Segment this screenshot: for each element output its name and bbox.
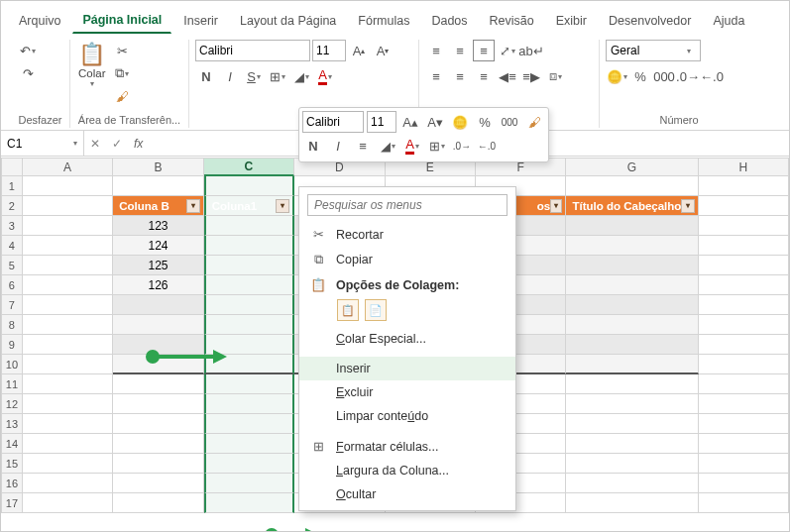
align-bottom-button[interactable]: ≡: [473, 40, 495, 61]
cell-H9[interactable]: [699, 335, 789, 355]
wrap-text-button[interactable]: ab↵: [520, 40, 542, 61]
cell-B7[interactable]: [113, 295, 203, 315]
percent-button[interactable]: %: [629, 65, 651, 87]
cell-C6[interactable]: [204, 275, 294, 295]
col-header-c[interactable]: C: [204, 158, 294, 176]
tab-exibir[interactable]: Exibir: [546, 8, 597, 34]
cell-B17[interactable]: [113, 493, 203, 513]
number-format-select[interactable]: [606, 40, 701, 61]
filter-dropdown-icon[interactable]: ▾: [550, 199, 562, 213]
menu-search-input[interactable]: [307, 194, 508, 216]
menu-copy[interactable]: ⧉Copiar: [299, 247, 515, 272]
name-box[interactable]: C1 ▾: [1, 131, 84, 156]
row-header-9[interactable]: 9: [1, 335, 23, 355]
cell-B6[interactable]: 126: [113, 275, 203, 295]
cell-H4[interactable]: [699, 236, 789, 256]
mini-borders[interactable]: ⊞▾: [426, 135, 448, 157]
format-painter-button[interactable]: 🖌: [111, 85, 133, 107]
paste-button[interactable]: 📋 Colar ▾: [76, 40, 107, 90]
cell-G16[interactable]: [566, 474, 698, 493]
cell-A6[interactable]: [23, 275, 113, 295]
increase-font-button[interactable]: A▴: [348, 40, 370, 61]
decrease-indent-button[interactable]: ◀≡: [497, 65, 518, 87]
row-header-8[interactable]: 8: [1, 315, 23, 335]
fx-icon[interactable]: fx: [134, 137, 143, 151]
cell-H2[interactable]: [699, 196, 789, 216]
cell-A13[interactable]: [23, 414, 113, 434]
filter-dropdown-icon[interactable]: ▾: [186, 199, 200, 213]
menu-insert[interactable]: Inserir: [299, 357, 515, 380]
row-header-16[interactable]: 16: [1, 474, 23, 493]
cell-H15[interactable]: [699, 454, 789, 474]
cell-A10[interactable]: [23, 355, 113, 374]
cell-B16[interactable]: [113, 474, 203, 493]
row-header-5[interactable]: 5: [1, 256, 23, 275]
cell-G4[interactable]: [566, 236, 698, 256]
cell-C4[interactable]: [204, 236, 294, 256]
row-header-13[interactable]: 13: [1, 414, 23, 434]
merge-button[interactable]: ⧈▾: [544, 65, 566, 87]
cell-C2[interactable]: Coluna1▾: [204, 196, 294, 216]
cell-A9[interactable]: [23, 335, 113, 355]
paste-option-values[interactable]: 📄: [365, 299, 387, 321]
cell-B13[interactable]: [113, 414, 203, 434]
cell-B1[interactable]: [113, 176, 203, 196]
align-top-button[interactable]: ≡: [425, 40, 447, 61]
col-header-b[interactable]: B: [113, 158, 203, 176]
decrease-decimal-button[interactable]: ←.0: [701, 65, 723, 87]
cell-B5[interactable]: 125: [113, 256, 203, 275]
cell-G6[interactable]: [566, 275, 698, 295]
select-all-corner[interactable]: [1, 158, 23, 176]
cell-G3[interactable]: [566, 216, 698, 236]
cell-G13[interactable]: [566, 414, 698, 434]
col-header-h[interactable]: H: [699, 158, 789, 176]
mini-format-painter[interactable]: 🖌: [523, 111, 545, 133]
mini-font-name[interactable]: [302, 111, 364, 133]
filter-dropdown-icon[interactable]: ▾: [276, 199, 289, 213]
cell-C5[interactable]: [204, 256, 294, 275]
menu-cut[interactable]: ✂Recortar: [299, 222, 515, 247]
row-header-12[interactable]: 12: [1, 394, 23, 414]
cell-A16[interactable]: [23, 474, 113, 493]
tab-ajuda[interactable]: Ajuda: [703, 8, 754, 34]
formula-accept-button[interactable]: ✓: [106, 131, 128, 156]
cell-C12[interactable]: [204, 394, 294, 414]
cell-B12[interactable]: [113, 394, 203, 414]
align-center-button[interactable]: ≡: [449, 65, 471, 87]
cell-A7[interactable]: [23, 295, 113, 315]
cell-G1[interactable]: [566, 176, 698, 196]
cell-G8[interactable]: [566, 315, 698, 335]
cell-H6[interactable]: [699, 275, 789, 295]
row-header-14[interactable]: 14: [1, 434, 23, 454]
italic-button[interactable]: I: [219, 65, 241, 87]
cell-A1[interactable]: [23, 176, 113, 196]
cell-A8[interactable]: [23, 315, 113, 335]
cell-A15[interactable]: [23, 454, 113, 474]
col-header-a[interactable]: A: [23, 158, 113, 176]
cell-H14[interactable]: [699, 434, 789, 454]
align-right-button[interactable]: ≡: [473, 65, 495, 87]
cell-G7[interactable]: [566, 295, 698, 315]
row-header-15[interactable]: 15: [1, 454, 23, 474]
formula-cancel-button[interactable]: ✕: [84, 131, 106, 156]
paste-option-normal[interactable]: 📋: [337, 299, 359, 321]
currency-button[interactable]: 🪙▾: [606, 65, 627, 87]
cell-B3[interactable]: 123: [113, 216, 203, 236]
cell-H1[interactable]: [699, 176, 789, 196]
cell-C14[interactable]: [204, 434, 294, 454]
cell-G14[interactable]: [566, 434, 698, 454]
font-name-select[interactable]: [195, 40, 310, 61]
decrease-font-button[interactable]: A▾: [372, 40, 394, 61]
menu-format-cells[interactable]: ⊞Formatar células...: [299, 434, 515, 459]
cell-C13[interactable]: [204, 414, 294, 434]
cell-G10[interactable]: [566, 355, 698, 374]
cut-button[interactable]: ✂: [111, 40, 133, 61]
cell-G17[interactable]: [566, 493, 698, 513]
cell-A17[interactable]: [23, 493, 113, 513]
tab-formulas[interactable]: Fórmulas: [348, 8, 419, 34]
mini-currency[interactable]: 🪙: [449, 111, 471, 133]
cell-G5[interactable]: [566, 256, 698, 275]
tab-dados[interactable]: Dados: [421, 8, 477, 34]
borders-button[interactable]: ⊞▾: [267, 65, 288, 87]
cell-A12[interactable]: [23, 394, 113, 414]
